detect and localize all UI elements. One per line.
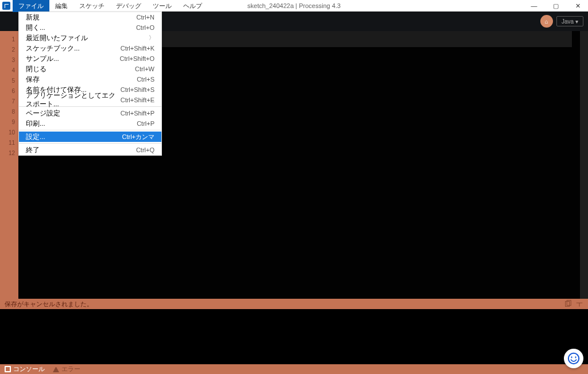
vertical-scrollbar[interactable] xyxy=(580,31,588,299)
message-bar: 保存がキャンセルされました。 xyxy=(0,299,588,309)
menubar: ファイル 編集 スケッチ デバッグ ツール ヘルプ xyxy=(13,0,208,12)
menu-item-終了[interactable]: 終了Ctrl+Q xyxy=(19,145,161,155)
menu-item-label: 終了 xyxy=(26,146,136,155)
chevron-down-icon: ▾ xyxy=(575,18,578,25)
menu-item-label: 保存 xyxy=(26,75,137,84)
line-number: 8 xyxy=(0,107,18,117)
menu-edit[interactable]: 編集 xyxy=(49,0,74,12)
line-number: 4 xyxy=(0,65,18,76)
menu-item-最近開いたファイル[interactable]: 最近開いたファイル〉 xyxy=(19,33,161,43)
line-number: 2 xyxy=(0,45,18,55)
menu-item-label: スケッチブック... xyxy=(26,44,121,53)
copy-icon[interactable] xyxy=(564,300,572,308)
mode-label: Java xyxy=(562,18,574,25)
line-gutter: 123456789101112 xyxy=(0,31,18,299)
console-output xyxy=(0,309,588,364)
menu-item-label: 最近開いたファイル xyxy=(26,34,149,43)
line-number: 7 xyxy=(0,97,18,107)
menu-sketch[interactable]: スケッチ xyxy=(74,0,110,12)
mode-selector[interactable]: Java ▾ xyxy=(556,16,583,26)
menu-separator xyxy=(19,143,161,144)
app-icon xyxy=(2,2,10,10)
close-button[interactable]: ✕ xyxy=(573,2,582,10)
menu-item-開く[interactable]: 開く...Ctrl+O xyxy=(19,22,161,33)
console-tab[interactable]: コンソール xyxy=(5,365,45,373)
menu-item-アプリケーションとしてエクスポート[interactable]: アプリケーションとしてエクスポート...Ctrl+Shift+E xyxy=(19,95,161,105)
menu-shortcut: Ctrl+S xyxy=(137,76,154,83)
menu-item-label: 設定... xyxy=(26,133,122,141)
line-number: 9 xyxy=(0,117,18,128)
menu-shortcut: Ctrl+Shift+P xyxy=(121,110,154,117)
help-smiley-icon xyxy=(567,352,580,365)
footer-tabs: コンソール エラー xyxy=(0,364,588,374)
menu-shortcut: Ctrl+W xyxy=(135,65,154,72)
console-tab-label: コンソール xyxy=(13,365,45,373)
menu-item-新規[interactable]: 新規Ctrl+N xyxy=(19,12,161,22)
menu-shortcut: Ctrl+P xyxy=(137,120,154,127)
titlebar: ファイル 編集 スケッチ デバッグ ツール ヘルプ sketch_240422a… xyxy=(0,0,588,11)
svg-point-2 xyxy=(568,353,579,364)
menu-separator xyxy=(19,130,161,130)
maximize-button[interactable]: ▢ xyxy=(551,2,560,10)
menu-shortcut: Ctrl+Shift+S xyxy=(121,86,154,93)
menu-item-label: 開く... xyxy=(26,24,136,32)
line-number: 12 xyxy=(0,148,18,159)
menu-shortcut: Ctrl+Shift+E xyxy=(121,97,154,103)
errors-tab[interactable]: エラー xyxy=(53,365,80,373)
menu-tools[interactable]: ツール xyxy=(147,0,177,12)
menu-item-label: 新規 xyxy=(26,13,137,22)
menu-item-閉じる[interactable]: 閉じるCtrl+W xyxy=(19,64,161,74)
svg-rect-3 xyxy=(571,356,572,358)
submenu-arrow-icon: 〉 xyxy=(149,34,154,42)
console-icon xyxy=(5,366,11,372)
menu-item-印刷[interactable]: 印刷...Ctrl+P xyxy=(19,118,161,129)
menu-item-label: 閉じる xyxy=(26,65,135,74)
menu-item-label: ページ設定 xyxy=(26,109,121,118)
line-number: 11 xyxy=(0,138,18,148)
menu-item-サンプル[interactable]: サンプル...Ctrl+Shift+O xyxy=(19,53,161,64)
minimize-button[interactable]: — xyxy=(529,2,539,10)
line-number: 6 xyxy=(0,86,18,97)
line-number: 1 xyxy=(0,34,18,45)
menu-item-スケッチブック[interactable]: スケッチブック...Ctrl+Shift+K xyxy=(19,43,161,53)
menu-shortcut: Ctrl+Shift+K xyxy=(121,45,154,52)
errors-tab-label: エラー xyxy=(61,365,80,373)
menu-item-設定[interactable]: 設定...Ctrl+カンマ xyxy=(19,132,161,142)
file-menu-dropdown: 新規Ctrl+N開く...Ctrl+O最近開いたファイル〉スケッチブック...C… xyxy=(18,11,162,156)
menu-item-保存[interactable]: 保存Ctrl+S xyxy=(19,74,161,84)
menu-shortcut: Ctrl+Q xyxy=(136,146,154,153)
menu-shortcut: Ctrl+Shift+O xyxy=(119,55,154,62)
menu-item-label: サンプル... xyxy=(26,55,119,63)
menu-shortcut: Ctrl+カンマ xyxy=(122,133,154,141)
menu-item-label: 印刷... xyxy=(26,119,137,128)
window-controls: — ▢ ✕ xyxy=(529,2,588,10)
menu-item-ページ設定[interactable]: ページ設定Ctrl+Shift+P xyxy=(19,108,161,118)
line-number: 3 xyxy=(0,55,18,65)
line-number: 5 xyxy=(0,76,18,86)
menu-help[interactable]: ヘルプ xyxy=(177,0,208,12)
menu-item-label: アプリケーションとしてエクスポート... xyxy=(26,91,121,109)
menu-shortcut: Ctrl+N xyxy=(137,14,154,21)
help-bubble[interactable] xyxy=(564,349,583,368)
debug-button[interactable]: ⌂ xyxy=(540,15,553,28)
menu-file[interactable]: ファイル xyxy=(13,0,49,12)
line-number: 10 xyxy=(0,128,18,138)
menu-shortcut: Ctrl+O xyxy=(136,24,154,31)
menu-debug[interactable]: デバッグ xyxy=(110,0,147,12)
collapse-icon[interactable] xyxy=(575,300,583,308)
status-message: 保存がキャンセルされました。 xyxy=(5,300,93,309)
warning-icon xyxy=(53,366,59,372)
svg-rect-4 xyxy=(575,356,577,358)
